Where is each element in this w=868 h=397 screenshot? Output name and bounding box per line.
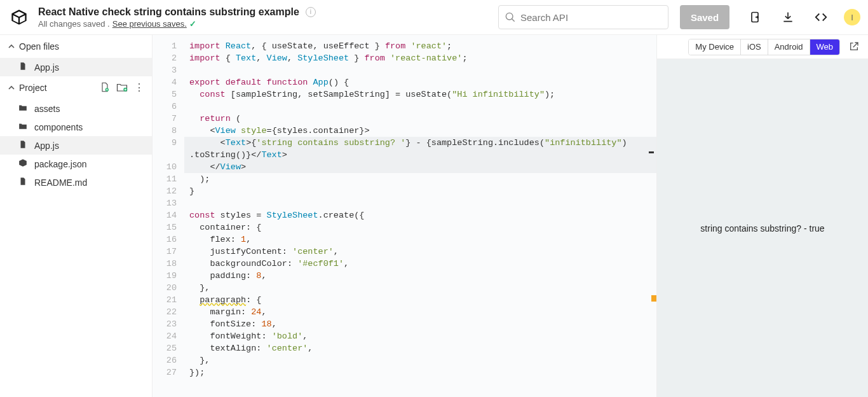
search-icon bbox=[505, 12, 515, 22]
embed-icon[interactable] bbox=[813, 10, 829, 25]
chevron-up-icon bbox=[8, 84, 15, 92]
tree-item-label: components bbox=[34, 122, 83, 132]
platform-tab[interactable]: Web bbox=[810, 39, 840, 55]
code-line[interactable]: textAlign: 'center', bbox=[189, 342, 656, 354]
file-label: App.js bbox=[34, 62, 59, 73]
title-block: React Native check string contains subst… bbox=[38, 6, 316, 29]
code-line[interactable]: import React, { useState, useEffect } fr… bbox=[189, 40, 656, 52]
code-line[interactable]: import { Text, View, StyleSheet } from '… bbox=[189, 52, 656, 64]
platform-bar: My DeviceiOSAndroidWeb bbox=[657, 35, 868, 59]
more-icon[interactable]: ⋮ bbox=[134, 83, 144, 93]
code-line[interactable]: } bbox=[189, 185, 656, 197]
info-icon[interactable]: i bbox=[306, 7, 316, 17]
header: React Native check string contains subst… bbox=[0, 0, 868, 35]
code-line[interactable]: .toString()}</Text> bbox=[184, 149, 656, 161]
code-line[interactable]: fontWeight: 'bold', bbox=[189, 330, 656, 342]
preview-panel: My DeviceiOSAndroidWeb string contains s… bbox=[656, 35, 868, 397]
file-icon bbox=[18, 103, 28, 114]
code-line[interactable]: fontSize: 18, bbox=[189, 318, 656, 330]
project-header[interactable]: Project ⋮ bbox=[0, 76, 152, 99]
code-line[interactable] bbox=[189, 64, 656, 76]
tree-item-label: package.json bbox=[34, 159, 87, 169]
file-icon bbox=[18, 177, 28, 188]
code-line[interactable]: </View> bbox=[184, 161, 656, 173]
code-editor[interactable]: 1234567891011121314151617181920212223242… bbox=[153, 35, 656, 397]
file-icon bbox=[18, 122, 28, 132]
minimap-warning-icon bbox=[651, 295, 656, 302]
platform-tab[interactable]: iOS bbox=[741, 39, 768, 55]
code-area[interactable]: import React, { useState, useEffect } fr… bbox=[184, 35, 656, 397]
tree-item[interactable]: package.json bbox=[0, 155, 152, 173]
open-external-icon[interactable] bbox=[849, 41, 860, 53]
previous-saves-link[interactable]: See previous saves. bbox=[112, 19, 187, 29]
code-line[interactable]: return ( bbox=[189, 113, 656, 125]
platform-tabs: My DeviceiOSAndroidWeb bbox=[688, 39, 840, 55]
tree-item[interactable]: App.js bbox=[0, 136, 152, 155]
code-line[interactable]: const styles = StyleSheet.create({ bbox=[189, 209, 656, 221]
code-line[interactable]: ); bbox=[189, 173, 656, 185]
tree-item[interactable]: components bbox=[0, 118, 152, 136]
code-line[interactable]: paragraph: { bbox=[189, 294, 656, 306]
code-line[interactable]: }); bbox=[189, 366, 656, 379]
platform-tab[interactable]: My Device bbox=[689, 39, 741, 55]
search-input-wrapper[interactable] bbox=[498, 5, 668, 29]
code-line[interactable]: backgroundColor: '#ecf0f1', bbox=[189, 258, 656, 270]
open-files-header[interactable]: Open files bbox=[0, 35, 152, 58]
code-line[interactable]: }, bbox=[189, 282, 656, 294]
open-file-item[interactable]: App.js bbox=[0, 58, 152, 76]
tree-item[interactable]: README.md bbox=[0, 173, 152, 192]
check-icon: ✓ bbox=[189, 19, 196, 29]
platform-tab[interactable]: Android bbox=[768, 39, 810, 55]
code-line[interactable]: const [sampleString, setSampleString] = … bbox=[189, 88, 656, 101]
code-line[interactable]: margin: 24, bbox=[189, 306, 656, 318]
open-files-label: Open files bbox=[19, 41, 59, 52]
project-label: Project bbox=[19, 83, 47, 93]
new-file-icon[interactable] bbox=[100, 82, 110, 94]
code-line[interactable]: <View style={styles.container}> bbox=[189, 125, 656, 137]
preview-output: string contains substring? - true bbox=[657, 59, 868, 397]
file-icon bbox=[18, 158, 28, 169]
code-line[interactable]: padding: 8, bbox=[189, 270, 656, 282]
code-line[interactable] bbox=[189, 101, 656, 113]
code-line[interactable]: }, bbox=[189, 354, 656, 366]
tree-item-label: assets bbox=[34, 104, 60, 114]
expo-logo-icon[interactable] bbox=[9, 7, 29, 27]
project-title[interactable]: React Native check string contains subst… bbox=[38, 6, 299, 18]
download-icon[interactable] bbox=[780, 10, 796, 25]
tree-item[interactable]: assets bbox=[0, 99, 152, 118]
file-icon bbox=[18, 62, 28, 73]
chevron-up-icon bbox=[8, 43, 15, 50]
save-status-text: All changes saved . bbox=[38, 19, 110, 29]
code-line[interactable]: container: { bbox=[189, 221, 656, 233]
saved-button[interactable]: Saved bbox=[680, 5, 729, 29]
code-line[interactable]: justifyContent: 'center', bbox=[189, 246, 656, 258]
tree-item-label: App.js bbox=[34, 141, 59, 151]
file-icon bbox=[18, 140, 28, 151]
code-line[interactable]: <Text>{'string contains substring? '} - … bbox=[184, 137, 656, 149]
code-line[interactable]: flex: 1, bbox=[189, 233, 656, 246]
minimap-cursor-icon bbox=[649, 151, 654, 153]
new-folder-icon[interactable] bbox=[116, 82, 128, 94]
avatar[interactable]: I bbox=[844, 9, 860, 25]
code-line[interactable] bbox=[189, 197, 656, 209]
tree-item-label: README.md bbox=[34, 178, 87, 188]
search-input[interactable] bbox=[520, 12, 661, 23]
code-line[interactable]: export default function App() { bbox=[189, 76, 656, 88]
sidebar: Open files App.js Project ⋮ assetscompon… bbox=[0, 35, 153, 397]
line-gutter: 1234567891011121314151617181920212223242… bbox=[153, 35, 184, 397]
device-icon[interactable] bbox=[747, 10, 763, 25]
